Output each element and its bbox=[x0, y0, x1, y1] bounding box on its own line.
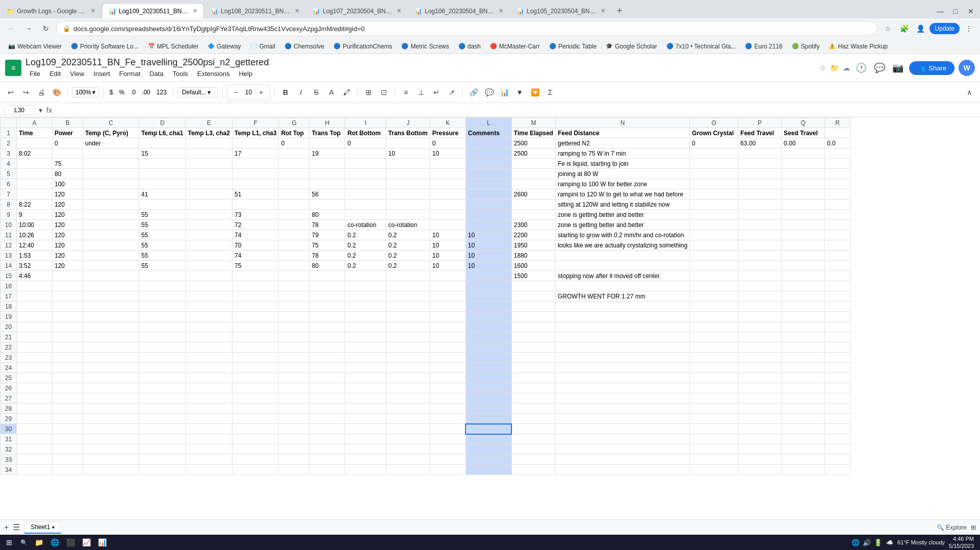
percent-button[interactable]: % bbox=[117, 88, 126, 97]
insert-comment-button[interactable]: 💬 bbox=[482, 86, 496, 99]
cell-j5[interactable] bbox=[386, 169, 430, 179]
valign-button[interactable]: ⊥ bbox=[415, 86, 428, 99]
col-header-o[interactable]: O bbox=[690, 118, 738, 128]
cell-g15[interactable] bbox=[279, 271, 310, 281]
redo-button[interactable]: ↪ bbox=[19, 86, 33, 99]
cell-q14[interactable] bbox=[782, 261, 825, 271]
cell-m3[interactable]: 2500 bbox=[511, 148, 555, 159]
cell-b10[interactable]: 120 bbox=[53, 220, 83, 230]
cell-p17[interactable] bbox=[738, 291, 782, 302]
cell-k3[interactable]: 10 bbox=[430, 148, 466, 159]
cell-j17[interactable] bbox=[386, 291, 430, 302]
network-tray-icon[interactable]: 🌐 bbox=[852, 539, 860, 546]
cell-b3[interactable] bbox=[53, 148, 83, 159]
user-avatar[interactable]: W bbox=[959, 60, 975, 76]
merge-cells-button[interactable]: ⊡ bbox=[377, 86, 391, 99]
cell-b17[interactable] bbox=[53, 291, 83, 302]
cell-m6[interactable] bbox=[511, 179, 555, 189]
cell-g12[interactable] bbox=[279, 240, 310, 251]
decimal-increase-button[interactable]: .00 bbox=[140, 88, 152, 97]
cell-o11[interactable] bbox=[690, 230, 738, 240]
col-header-j[interactable]: J bbox=[386, 118, 430, 128]
tab-3-close[interactable]: ✕ bbox=[295, 8, 299, 14]
cell-k17[interactable] bbox=[430, 291, 466, 302]
zoom-select[interactable]: 100% ▾ bbox=[72, 87, 99, 97]
cell-o4[interactable] bbox=[690, 159, 738, 169]
cell-a4[interactable] bbox=[17, 159, 53, 169]
cell-p3[interactable] bbox=[738, 148, 782, 159]
cell-e2[interactable] bbox=[186, 138, 232, 148]
camera-icon[interactable]: 📷 bbox=[891, 62, 905, 73]
bookmark-spotify[interactable]: 🟢 Spotify bbox=[788, 42, 824, 51]
star-icon[interactable]: ☆ bbox=[819, 63, 826, 73]
add-sheet-button[interactable]: + bbox=[4, 523, 9, 532]
cell-m4[interactable] bbox=[511, 159, 555, 169]
col-header-a[interactable]: A bbox=[17, 118, 53, 128]
extensions-icon[interactable]: 🧩 bbox=[897, 21, 911, 36]
cell-m5[interactable] bbox=[511, 169, 555, 179]
cell-n9[interactable]: zone is getting better and better bbox=[555, 210, 689, 220]
cell-l11[interactable]: 10 bbox=[466, 230, 511, 240]
bold-button[interactable]: B bbox=[279, 86, 292, 99]
cell-p8[interactable] bbox=[738, 199, 782, 210]
cell-d11[interactable]: 55 bbox=[139, 230, 186, 240]
cell-q2[interactable]: 0.00 bbox=[782, 138, 825, 148]
cell-d7[interactable]: 41 bbox=[139, 189, 186, 199]
forward-button[interactable]: → bbox=[21, 21, 36, 36]
menu-tools[interactable]: Tools bbox=[168, 69, 192, 79]
cell-f4[interactable] bbox=[232, 159, 278, 169]
cell-b14[interactable]: 120 bbox=[53, 261, 83, 271]
tab-5[interactable]: 📊 Log106_20230504_BN_Fe_travelli... ✕ bbox=[408, 3, 510, 18]
bookmark-priority[interactable]: 🔵 Priority Software Lo... bbox=[67, 42, 143, 51]
cell-o14[interactable] bbox=[690, 261, 738, 271]
cell-j4[interactable] bbox=[386, 159, 430, 169]
cell-a5[interactable] bbox=[17, 169, 53, 179]
cell-h9[interactable]: 80 bbox=[310, 210, 345, 220]
col-header-p[interactable]: P bbox=[738, 118, 782, 128]
row-1-header[interactable]: 1 bbox=[1, 128, 17, 138]
cell-q11[interactable] bbox=[782, 230, 825, 240]
cell-b13[interactable]: 120 bbox=[53, 251, 83, 261]
cell-k5[interactable] bbox=[430, 169, 466, 179]
col-header-q[interactable]: Q bbox=[782, 118, 825, 128]
cell-d14[interactable]: 55 bbox=[139, 261, 186, 271]
new-tab-button[interactable]: + bbox=[612, 3, 627, 18]
col-header-e[interactable]: E bbox=[186, 118, 232, 128]
tab-4-close[interactable]: ✕ bbox=[397, 8, 401, 14]
cell-l30[interactable] bbox=[466, 424, 511, 434]
cell-q5[interactable] bbox=[782, 169, 825, 179]
cell-g7[interactable] bbox=[279, 189, 310, 199]
minimize-button[interactable]: — bbox=[933, 4, 947, 18]
text-wrap-button[interactable]: ↵ bbox=[430, 86, 443, 99]
cell-c10[interactable] bbox=[83, 220, 139, 230]
cell-o13[interactable] bbox=[690, 251, 738, 261]
col-header-i[interactable]: I bbox=[345, 118, 386, 128]
cell-l7[interactable] bbox=[466, 189, 511, 199]
formula-expand-icon[interactable]: ▾ bbox=[39, 106, 42, 114]
menu-data[interactable]: Data bbox=[145, 69, 167, 79]
menu-file[interactable]: File bbox=[25, 69, 44, 79]
cell-h3[interactable]: 19 bbox=[310, 148, 345, 159]
cell-e10[interactable] bbox=[186, 220, 232, 230]
bookmark-chemsolve[interactable]: 🔵 Chemsolve bbox=[280, 42, 328, 51]
tab-6[interactable]: 📊 Log105_20230504_BN_Fe_travelli... ✕ bbox=[510, 3, 612, 18]
cell-b2[interactable]: 0 bbox=[53, 138, 83, 148]
address-field[interactable]: 🔒 docs.google.com/spreadsheets/d/16iYnTy… bbox=[56, 21, 878, 36]
cell-f2[interactable] bbox=[232, 138, 278, 148]
font-size-decrease-button[interactable]: − bbox=[229, 86, 243, 99]
cell-f10[interactable]: 72 bbox=[232, 220, 278, 230]
cell-r6[interactable] bbox=[825, 179, 850, 189]
cell-p4[interactable] bbox=[738, 159, 782, 169]
cell-g3[interactable] bbox=[279, 148, 310, 159]
cell-h7[interactable]: 56 bbox=[310, 189, 345, 199]
row-6-header[interactable]: 6 bbox=[1, 179, 17, 189]
cell-l2[interactable] bbox=[466, 138, 511, 148]
cloud-icon[interactable]: ☁ bbox=[843, 64, 850, 72]
cell-h6[interactable] bbox=[310, 179, 345, 189]
menu-help[interactable]: Help bbox=[235, 69, 256, 79]
cell-g5[interactable] bbox=[279, 169, 310, 179]
cell-d12[interactable]: 55 bbox=[139, 240, 186, 251]
cell-i8[interactable] bbox=[345, 199, 386, 210]
cell-o5[interactable] bbox=[690, 169, 738, 179]
bookmark-metric[interactable]: 🔵 Metric Screws bbox=[397, 42, 453, 51]
